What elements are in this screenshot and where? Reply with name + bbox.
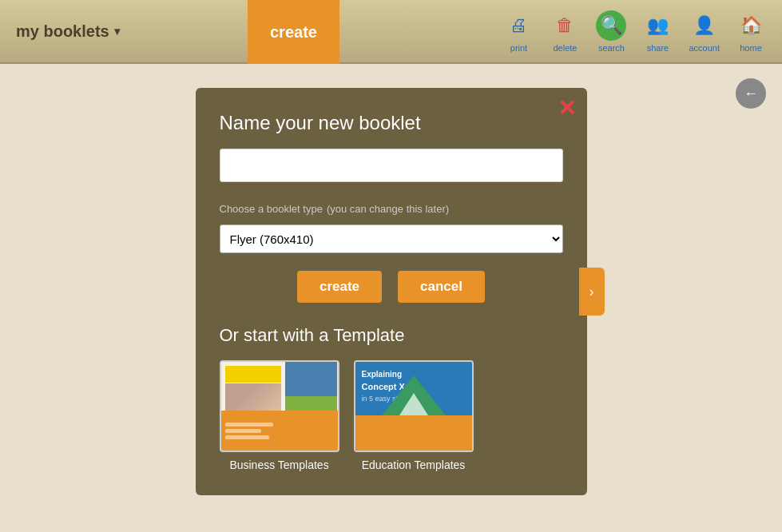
main-content: ← ✕ Name your new booklet Choose a bookl…: [0, 64, 782, 532]
search-icon: 🔍: [596, 10, 626, 41]
account-label: account: [689, 43, 720, 53]
create-button[interactable]: create: [297, 271, 382, 303]
dropdown-arrow-icon: ▾: [114, 25, 120, 38]
my-booklets-label: my booklets: [16, 22, 109, 41]
modal-close-button[interactable]: ✕: [558, 97, 576, 120]
modal-action-buttons: create cancel: [220, 271, 563, 303]
booklet-name-input[interactable]: [220, 149, 563, 182]
delete-button[interactable]: 🗑 delete: [550, 10, 580, 53]
account-button[interactable]: 👤 account: [689, 10, 720, 53]
share-button[interactable]: 👥 share: [642, 10, 673, 53]
booklet-type-label: Choose a booklet type (you can change th…: [220, 200, 563, 216]
education-template-card[interactable]: Explaining Concept X in 5 easy steps: [354, 360, 474, 471]
booklet-type-select[interactable]: Flyer (760x410) Booklet (960x540) Poster…: [220, 224, 563, 253]
template-section-title: Or start with a Template: [220, 325, 563, 346]
business-template-image: [220, 360, 339, 452]
create-header-button[interactable]: create: [248, 0, 339, 64]
search-button[interactable]: 🔍 search: [596, 10, 626, 53]
search-label: search: [598, 43, 625, 53]
account-icon: 👤: [689, 10, 720, 41]
home-icon: 🏠: [736, 10, 766, 41]
print-label: print: [510, 43, 527, 53]
print-button[interactable]: 🖨 print: [503, 10, 534, 53]
template-slide-arrow[interactable]: ›: [579, 268, 605, 316]
business-template-label: Business Templates: [229, 459, 328, 471]
back-button[interactable]: ←: [736, 78, 766, 109]
home-label: home: [740, 43, 762, 53]
template-cards: Business Templates Explaining Concept X …: [220, 360, 563, 471]
my-booklets-button[interactable]: my booklets ▾: [16, 22, 120, 41]
home-button[interactable]: 🏠 home: [736, 10, 766, 53]
modal-title: Name your new booklet: [220, 112, 563, 134]
delete-label: delete: [553, 43, 577, 53]
education-template-image: Explaining Concept X in 5 easy steps: [354, 360, 474, 452]
cancel-button[interactable]: cancel: [398, 271, 485, 303]
print-icon: 🖨: [503, 10, 534, 41]
header-right: 🖨 print 🗑 delete 🔍 search 👥 share 👤 acco…: [503, 10, 782, 53]
create-booklet-modal: ✕ Name your new booklet Choose a booklet…: [196, 88, 587, 495]
education-template-label: Education Templates: [362, 459, 466, 471]
business-template-card[interactable]: Business Templates: [220, 360, 339, 471]
share-icon: 👥: [642, 10, 673, 41]
header: my booklets ▾ create 🖨 print 🗑 delete 🔍 …: [0, 0, 782, 64]
share-label: share: [647, 43, 669, 53]
delete-icon: 🗑: [550, 10, 580, 41]
